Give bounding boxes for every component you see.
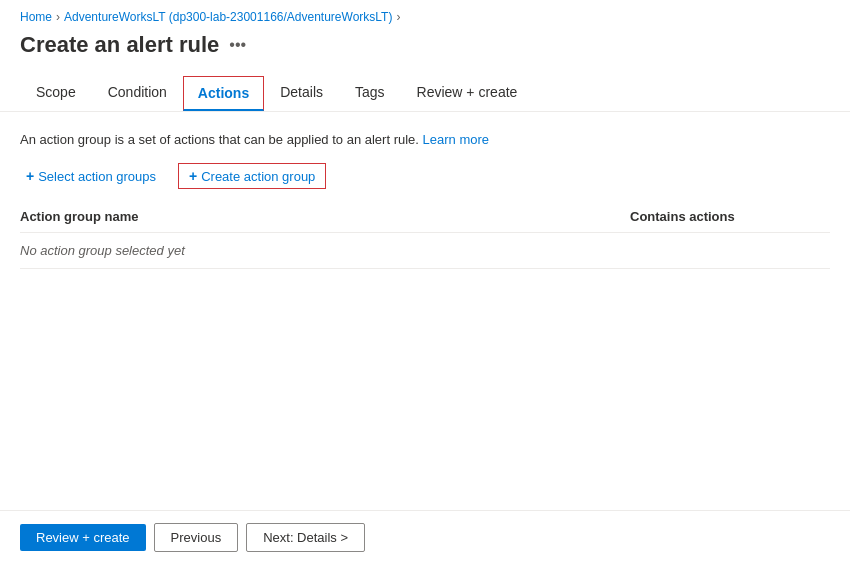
review-create-button[interactable]: Review + create	[20, 524, 146, 551]
action-buttons-row: + Select action groups + Create action g…	[20, 163, 830, 189]
tab-condition[interactable]: Condition	[92, 74, 183, 112]
page-title-row: Create an alert rule •••	[0, 28, 850, 74]
col-contains-actions: Contains actions	[630, 209, 830, 224]
tabs-container: Scope Condition Actions Details Tags Rev…	[0, 74, 850, 112]
info-text: An action group is a set of actions that…	[20, 132, 830, 147]
tab-actions[interactable]: Actions	[183, 76, 264, 111]
learn-more-link[interactable]: Learn more	[423, 132, 489, 147]
breadcrumb-home[interactable]: Home	[20, 10, 52, 24]
next-details-button[interactable]: Next: Details >	[246, 523, 365, 552]
col-action-group-name: Action group name	[20, 209, 630, 224]
more-options-icon[interactable]: •••	[229, 36, 246, 54]
table-empty-message: No action group selected yet	[20, 233, 830, 269]
tab-scope[interactable]: Scope	[20, 74, 92, 112]
page-title: Create an alert rule	[20, 32, 219, 58]
table-header: Action group name Contains actions	[20, 201, 830, 233]
breadcrumb-sep-1: ›	[56, 10, 60, 24]
select-action-groups-button[interactable]: + Select action groups	[20, 164, 162, 188]
tab-details[interactable]: Details	[264, 74, 339, 112]
tab-tags[interactable]: Tags	[339, 74, 401, 112]
tab-review-create[interactable]: Review + create	[401, 74, 534, 112]
previous-button[interactable]: Previous	[154, 523, 239, 552]
breadcrumb-db[interactable]: AdventureWorksLT (dp300-lab-23001166/Adv…	[64, 10, 392, 24]
plus-icon-select: +	[26, 168, 34, 184]
footer: Review + create Previous Next: Details >	[0, 510, 850, 564]
plus-icon-create: +	[189, 168, 197, 184]
breadcrumb-sep-2: ›	[396, 10, 400, 24]
create-action-group-button[interactable]: + Create action group	[178, 163, 326, 189]
breadcrumb: Home › AdventureWorksLT (dp300-lab-23001…	[0, 0, 850, 28]
main-content: An action group is a set of actions that…	[0, 112, 850, 510]
